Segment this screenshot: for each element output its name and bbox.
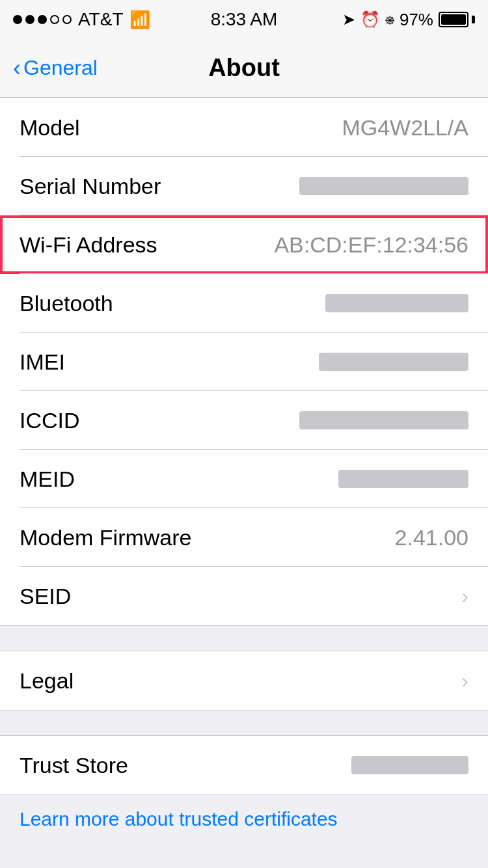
table-row: Modem Firmware 2.41.00	[0, 508, 488, 567]
table-row: ICCID	[0, 391, 488, 450]
carrier-label: AT&T	[78, 9, 123, 30]
legal-label: Legal	[20, 668, 74, 694]
model-label: Model	[20, 115, 80, 141]
legal-chevron-icon: ›	[461, 669, 468, 693]
iccid-value	[299, 411, 468, 429]
seid-row[interactable]: SEID ›	[0, 567, 488, 625]
back-button[interactable]: ‹ General	[13, 56, 98, 80]
table-row: Bluetooth	[0, 274, 488, 332]
trust-store-row: Trust Store	[0, 736, 488, 794]
bluetooth-label: Bluetooth	[20, 291, 113, 316]
signal-dot-3	[38, 15, 47, 24]
main-info-group: Model MG4W2LL/A Serial Number Wi-Fi Addr…	[0, 98, 488, 626]
legal-row[interactable]: Legal ›	[0, 651, 488, 710]
table-row: IMEI	[0, 332, 488, 391]
back-label: General	[23, 56, 98, 80]
seid-label: SEID	[20, 584, 71, 609]
serial-value	[299, 177, 468, 195]
signal-dot-4	[50, 15, 59, 24]
iccid-label: ICCID	[20, 408, 80, 433]
status-right: ➤ ⏰ ⎈ 97%	[342, 10, 475, 30]
nav-bar: ‹ General About	[0, 39, 488, 98]
alarm-icon: ⏰	[360, 10, 380, 29]
signal-dot-2	[25, 15, 34, 24]
wifi-value: AB:CD:EF:12:34:56	[274, 232, 468, 258]
section-separator-2	[0, 711, 488, 735]
page-title: About	[208, 54, 280, 82]
table-row: Model MG4W2LL/A	[0, 98, 488, 157]
status-time: 8:33 AM	[211, 9, 278, 30]
wifi-status-icon: 📶	[129, 10, 150, 30]
trusted-certificates-link-text: Learn more about trusted certificates	[20, 808, 338, 830]
battery-body	[439, 12, 468, 27]
table-row: MEID	[0, 450, 488, 508]
serial-label: Serial Number	[20, 174, 161, 199]
battery-percent: 97%	[400, 10, 433, 30]
battery-icon	[439, 12, 475, 27]
trust-label: Trust Store	[20, 753, 128, 778]
legal-group: Legal ›	[0, 651, 488, 711]
modem-label: Modem Firmware	[20, 525, 191, 550]
trusted-certificates-link[interactable]: Learn more about trusted certificates	[0, 795, 488, 843]
seid-chevron-icon: ›	[461, 584, 468, 608]
trust-group: Trust Store	[0, 735, 488, 795]
wifi-address-row: Wi-Fi Address AB:CD:EF:12:34:56	[0, 215, 488, 274]
signal-strength	[13, 15, 72, 24]
meid-value	[338, 470, 468, 488]
signal-dot-5	[62, 15, 72, 24]
table-row: Serial Number	[0, 157, 488, 215]
modem-value: 2.41.00	[395, 525, 468, 550]
imei-value	[319, 353, 468, 371]
status-bar: AT&T 📶 8:33 AM ➤ ⏰ ⎈ 97%	[0, 0, 488, 39]
section-separator-1	[0, 626, 488, 651]
meid-label: MEID	[20, 467, 75, 492]
wifi-label: Wi-Fi Address	[20, 232, 157, 258]
status-left: AT&T 📶	[13, 9, 150, 30]
imei-label: IMEI	[20, 349, 65, 375]
signal-dot-1	[13, 15, 22, 24]
bluetooth-value	[325, 294, 468, 312]
bluetooth-icon: ⎈	[385, 10, 394, 29]
back-chevron-icon: ‹	[13, 57, 21, 80]
model-value: MG4W2LL/A	[342, 115, 468, 141]
location-icon: ➤	[342, 10, 355, 29]
battery-tip	[472, 16, 475, 23]
battery-fill	[441, 14, 466, 25]
trust-value	[351, 756, 468, 774]
